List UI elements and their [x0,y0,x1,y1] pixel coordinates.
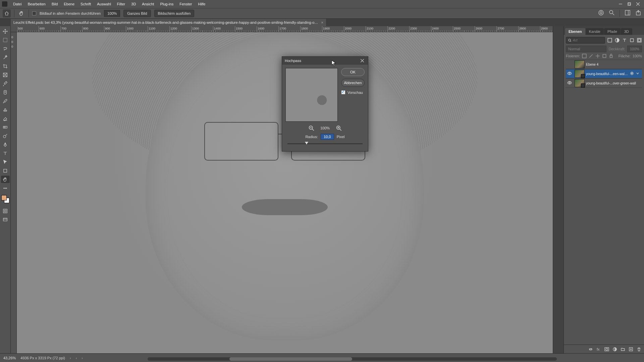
status-nav-right-icon[interactable]: › [82,356,83,360]
dialog-preview-image[interactable] [285,68,338,122]
menu-item-bearbeiten[interactable]: Bearbeiten [25,0,49,8]
pen-tool[interactable] [1,141,10,148]
blend-mode-select[interactable]: Normal [566,46,606,52]
zoom-out-button[interactable] [308,125,314,131]
window-restore-button[interactable] [625,1,633,7]
tab-layers[interactable]: Ebenen [565,28,585,35]
menu-item-bild[interactable]: Bild [49,0,61,8]
eraser-tool[interactable] [1,115,10,122]
vertical-ruler[interactable]: 0 0 0 [11,32,17,353]
radius-input[interactable]: 10,0 [321,134,334,140]
menu-item-auswahl[interactable]: Auswahl [94,0,114,8]
delete-layer-icon[interactable] [637,347,641,352]
type-tool[interactable] [1,149,10,157]
close-tab-button[interactable]: × [321,20,323,24]
link-layers-icon[interactable] [588,347,593,352]
color-swatches[interactable] [1,195,9,203]
menu-item-3d[interactable]: 3D [128,0,139,8]
lock-artboard-icon[interactable] [602,54,607,58]
quick-mask-button[interactable] [1,207,10,215]
cloud-docs-icon[interactable] [598,10,604,16]
status-nav-left-icon[interactable]: ‹ [76,356,77,360]
share-icon[interactable] [635,10,641,16]
menu-item-schrift[interactable]: Schrift [77,0,94,8]
layer-mask-icon[interactable] [604,347,609,352]
magic-wand-tool[interactable] [1,54,10,61]
layer-row[interactable]: young-beautiful-...over-green-wall [566,78,642,88]
layer-filter-text[interactable] [573,38,603,42]
move-tool[interactable] [1,27,10,35]
shape-tool[interactable] [1,167,10,174]
eyedropper-tool[interactable] [1,80,10,87]
status-doc-info[interactable]: 4936 Px x 3319 Px (72 ppi) [20,356,65,360]
horizontal-scrollbar[interactable] [148,357,557,361]
layer-filter-input[interactable] [566,37,605,44]
cancel-button[interactable]: Abbrechen [341,79,365,87]
window-close-button[interactable] [634,1,642,7]
brush-tool[interactable] [1,97,10,105]
lasso-tool[interactable] [1,45,10,52]
layer-group-icon[interactable] [621,347,625,352]
fill-screen-button[interactable]: Bildschirm ausfüllen [154,10,195,17]
menu-item-fenster[interactable]: Fenster [176,0,195,8]
healing-brush-tool[interactable] [1,88,10,96]
window-minimize-button[interactable] [616,1,625,7]
fit-screen-button[interactable]: Ganzes Bild [123,10,151,17]
menu-item-plug-ins[interactable]: Plug-ins [157,0,176,8]
lock-pixels-icon[interactable] [589,54,593,58]
layer-name[interactable]: young-beautiful-...een-wall Kopie [586,72,630,76]
ruler-origin[interactable] [11,26,17,32]
menu-item-ebene[interactable]: Ebene [61,0,77,8]
search-icon[interactable] [609,10,615,16]
marquee-tool[interactable] [1,36,10,44]
document-tab[interactable]: Leucht Effekt.psdc bei 43,3% (young-beau… [11,19,326,26]
foreground-color-swatch[interactable] [1,195,7,200]
dialog-close-button[interactable] [359,58,365,64]
opacity-value[interactable]: 100% [627,46,642,52]
lock-position-icon[interactable] [595,54,600,58]
menu-item-ansicht[interactable]: Ansicht [139,0,157,8]
layer-name[interactable]: young-beautiful-...over-green-wall [586,81,642,85]
scroll-all-windows-checkbox[interactable] [32,11,36,15]
dialog-titlebar[interactable]: Hochpass [282,57,368,65]
menu-item-filter[interactable]: Filter [114,0,128,8]
path-selection-tool[interactable] [1,158,10,166]
crop-tool[interactable] [1,62,10,70]
filter-type-icon[interactable] [622,38,627,43]
menu-item-hilfe[interactable]: Hilfe [195,0,208,8]
tab-channels[interactable]: Kanäle [586,28,604,35]
horizontal-ruler[interactable]: 5006007008009001000110012001300140015001… [17,26,553,32]
layer-visibility-toggle[interactable] [566,71,573,76]
preview-checkbox[interactable] [341,90,345,95]
layer-name[interactable]: Ebene 4 [586,63,642,66]
filter-smart-icon[interactable] [637,38,642,43]
status-zoom[interactable]: 43,26% [3,356,16,360]
fill-value[interactable]: 100% [633,54,642,58]
lock-transparency-icon[interactable] [582,54,587,58]
layer-row[interactable]: Ebene 4 [566,60,642,69]
radius-slider[interactable] [285,140,365,147]
layer-thumbnail[interactable] [575,60,585,68]
layer-fx-icon[interactable]: fx [596,347,601,352]
filter-shape-icon[interactable] [629,38,635,43]
workspace-icon[interactable] [625,10,631,16]
ok-button[interactable]: OK [341,68,365,76]
slider-thumb[interactable] [305,142,308,144]
hand-tool[interactable] [1,176,10,183]
filter-pixel-icon[interactable] [607,38,612,43]
tab-paths[interactable]: Pfade [604,28,621,35]
more-tools-button[interactable] [1,184,10,192]
expand-filters-icon[interactable] [636,72,641,76]
screen-mode-button[interactable] [1,216,10,223]
layer-row[interactable]: young-beautiful-...een-wall Kopie [566,69,642,78]
adjustment-layer-icon[interactable] [612,347,617,352]
zoom-in-button[interactable] [336,125,342,131]
new-layer-icon[interactable] [629,347,633,352]
layer-thumbnail[interactable] [575,79,585,87]
tab-3d[interactable]: 3D [621,28,632,35]
scrollbar-thumb[interactable] [229,357,352,361]
status-chevron-icon[interactable]: › [70,356,71,360]
smart-filter-icon[interactable] [630,71,635,76]
filter-adjust-icon[interactable] [614,38,620,43]
zoom-level-input[interactable]: 100% [104,10,120,17]
